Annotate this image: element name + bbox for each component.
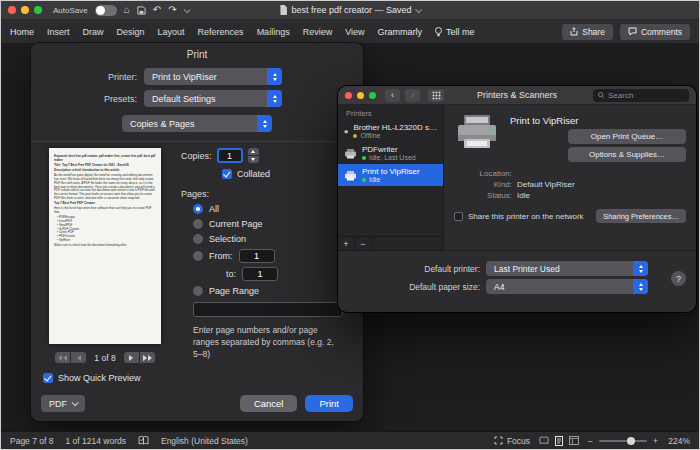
- stepper-down-icon[interactable]: [248, 156, 259, 163]
- pages-current-radio[interactable]: Current Page: [193, 219, 355, 229]
- printer-popup[interactable]: Print to VipRiser: [144, 68, 282, 85]
- read-mode-icon[interactable]: [539, 436, 549, 445]
- minimize-button[interactable]: [21, 6, 29, 14]
- forward-button[interactable]: ›: [405, 89, 420, 102]
- default-paper-popup[interactable]: A4: [486, 279, 648, 294]
- comment-icon: [628, 27, 637, 36]
- comments-button[interactable]: Comments: [620, 24, 690, 40]
- collated-checkbox[interactable]: Collated: [222, 169, 355, 179]
- page-indicator[interactable]: Page 7 of 8: [10, 436, 53, 446]
- redo-icon[interactable]: ↷: [168, 5, 176, 15]
- autosave-toggle[interactable]: [95, 5, 117, 16]
- zoom-percent[interactable]: 224%: [664, 436, 690, 446]
- undo-icon[interactable]: ↶: [153, 5, 161, 15]
- share-button[interactable]: Share: [562, 24, 613, 40]
- minimize-button[interactable]: [357, 92, 364, 99]
- zoom-out-button[interactable]: −: [588, 436, 593, 446]
- tab-layout[interactable]: Layout: [158, 27, 185, 37]
- printer-image: [454, 113, 500, 153]
- sharing-preferences-button[interactable]: Sharing Preferences…: [596, 209, 686, 223]
- close-button[interactable]: [345, 92, 352, 99]
- tab-mailings[interactable]: Mailings: [257, 27, 290, 37]
- options-supplies-button[interactable]: Options & Supplies…: [568, 147, 686, 162]
- share-printer-row: Share this printer on the network Sharin…: [454, 209, 686, 223]
- next-page-button[interactable]: [124, 352, 139, 363]
- show-quick-preview-checkbox[interactable]: Show Quick Preview: [43, 373, 141, 383]
- range-input-row: [193, 302, 355, 317]
- fullscreen-button[interactable]: [369, 92, 376, 99]
- search-input[interactable]: Search: [593, 89, 689, 102]
- proofing-icon[interactable]: [138, 436, 149, 445]
- first-page-button[interactable]: [55, 352, 70, 363]
- popup-caret-icon: [633, 261, 648, 276]
- cancel-button[interactable]: Cancel: [240, 395, 298, 412]
- tell-me[interactable]: Tell me: [435, 27, 475, 37]
- home-icon[interactable]: ⌂: [124, 5, 130, 15]
- pages-all-radio[interactable]: All: [193, 204, 355, 214]
- from-input[interactable]: [239, 249, 275, 263]
- web-layout-icon[interactable]: [569, 436, 579, 445]
- tab-draw[interactable]: Draw: [83, 27, 104, 37]
- fullscreen-button[interactable]: [34, 6, 42, 14]
- show-quick-preview-label: Show Quick Preview: [58, 373, 141, 383]
- section-popup-row: Copies & Pages: [31, 115, 363, 132]
- printer-list-item-brother[interactable]: Brother HL-L2320D s… Offline: [338, 120, 443, 142]
- tab-references[interactable]: References: [198, 27, 244, 37]
- copies-pages-popup[interactable]: Copies & Pages: [122, 115, 272, 132]
- remove-printer-button[interactable]: −: [355, 237, 372, 250]
- tab-view[interactable]: View: [345, 27, 364, 37]
- presets-popup[interactable]: Default Settings: [144, 90, 282, 107]
- printer-list-item-pdfwriter[interactable]: PDFwriter Idle, Last Used: [338, 142, 443, 164]
- to-label: to:: [209, 269, 236, 279]
- tab-insert[interactable]: Insert: [47, 27, 70, 37]
- prev-page-button[interactable]: [71, 352, 86, 363]
- show-all-grid-icon[interactable]: [428, 89, 444, 102]
- print-dialog: Print Printer: Print to VipRiser Presets…: [31, 43, 363, 421]
- help-button[interactable]: ?: [671, 271, 686, 286]
- print-layout-icon[interactable]: [555, 436, 563, 446]
- pages-from-radio[interactable]: From:: [193, 249, 355, 263]
- page-range-radio[interactable]: Page Range: [193, 286, 355, 296]
- add-printer-button[interactable]: +: [338, 237, 355, 250]
- checkbox-box: [43, 373, 53, 383]
- tab-grammarly[interactable]: Grammarly: [378, 27, 423, 37]
- word-count[interactable]: 1 of 1214 words: [65, 436, 125, 446]
- title-menu-chevron-icon[interactable]: [415, 6, 422, 13]
- copies-input[interactable]: [217, 148, 243, 163]
- printer-list-item-vipriser[interactable]: Print to VipRiser Idle: [338, 164, 443, 186]
- language-indicator[interactable]: English (United States): [161, 436, 248, 446]
- back-button[interactable]: ‹: [385, 89, 400, 102]
- close-button[interactable]: [8, 6, 16, 14]
- default-paper-value: A4: [494, 282, 504, 292]
- ribbon-right-group: Share Comments: [562, 24, 690, 40]
- tab-design[interactable]: Design: [117, 27, 145, 37]
- printer-detail-name: Print to VipRiser: [510, 115, 686, 126]
- default-paper-row: Default paper size: A4: [350, 279, 684, 294]
- page-range-input[interactable]: [193, 302, 343, 317]
- last-page-button[interactable]: [140, 352, 155, 363]
- to-input[interactable]: [242, 267, 278, 281]
- print-button[interactable]: Print: [305, 395, 353, 412]
- share-printer-checkbox[interactable]: [454, 212, 463, 221]
- prefs-window-title: Printers & Scanners: [477, 90, 557, 100]
- preview-document-text: Keyword: best free pdf creator, pdf make…: [54, 154, 156, 247]
- zoom-in-button[interactable]: +: [653, 436, 658, 446]
- status-bar-right: Focus − + 224%: [494, 436, 690, 446]
- save-icon[interactable]: [137, 6, 146, 15]
- copies-stepper[interactable]: [248, 148, 259, 163]
- default-printer-popup[interactable]: Last Printer Used: [486, 261, 648, 276]
- zoom-slider[interactable]: [599, 440, 647, 442]
- page-range-hint: Enter page numbers and/or page ranges se…: [193, 325, 345, 361]
- pages-selection-radio[interactable]: Selection: [193, 234, 355, 244]
- lightbulb-icon: [435, 27, 442, 37]
- tab-home[interactable]: Home: [10, 27, 34, 37]
- focus-button[interactable]: Focus: [494, 436, 530, 446]
- collated-label: Collated: [237, 169, 270, 179]
- tab-review[interactable]: Review: [303, 27, 333, 37]
- toolbar-overflow-icon[interactable]: [183, 6, 190, 13]
- printer-row: Printer: Print to VipRiser: [31, 68, 363, 85]
- stepper-up-icon[interactable]: [248, 148, 259, 155]
- open-print-queue-button[interactable]: Open Print Queue…: [568, 129, 686, 144]
- pdf-menu-button[interactable]: PDF: [41, 395, 85, 412]
- zoom-slider-knob[interactable]: [627, 437, 635, 445]
